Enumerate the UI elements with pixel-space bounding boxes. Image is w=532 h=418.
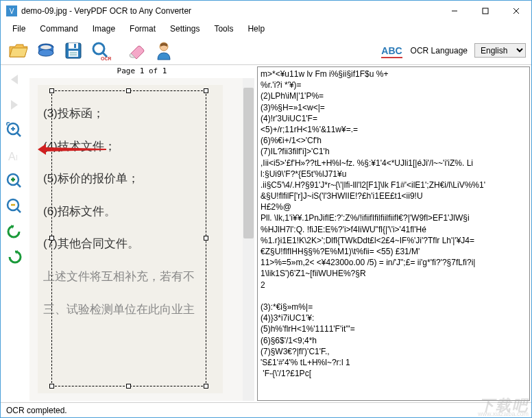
- rotate-left-button[interactable]: [3, 220, 26, 243]
- app-icon: V: [6, 5, 17, 16]
- abc-spellcheck-icon: ABC: [381, 45, 402, 56]
- menu-tools[interactable]: Tools: [208, 23, 239, 35]
- svg-text:A: A: [8, 151, 16, 162]
- menu-file[interactable]: File: [6, 23, 32, 35]
- prev-page-button[interactable]: [3, 68, 26, 91]
- svg-text:V: V: [10, 8, 14, 15]
- svg-point-8: [38, 49, 53, 56]
- svg-rect-11: [69, 43, 78, 49]
- svg-point-9: [40, 45, 51, 49]
- image-panel: Page 1 of 1 (3)投标函； (4)技术文件； (5)标价的报价单； …: [28, 65, 256, 402]
- language-select[interactable]: English: [474, 43, 526, 58]
- window-title: demo-09.jpg - VeryPDF OCR to Any Convert…: [21, 6, 439, 16]
- zoom-out-button[interactable]: [3, 195, 26, 218]
- menu-format[interactable]: Format: [123, 23, 162, 35]
- svg-rect-3: [483, 8, 488, 14]
- menu-image[interactable]: Image: [86, 23, 121, 35]
- zoom-in-button[interactable]: [3, 169, 26, 193]
- svg-line-27: [16, 183, 21, 187]
- svg-line-31: [16, 208, 21, 212]
- ocr-text-output[interactable]: [257, 66, 530, 401]
- next-page-button[interactable]: [3, 93, 26, 116]
- svg-text:I: I: [16, 154, 18, 162]
- status-text: OCR completed.: [6, 406, 67, 415]
- statusbar: OCR completed.: [1, 402, 531, 417]
- menu-command[interactable]: Command: [34, 23, 84, 35]
- svg-rect-13: [69, 51, 78, 57]
- zoom-fit-button[interactable]: [3, 119, 26, 142]
- svg-text:OCR: OCR: [101, 56, 111, 61]
- vertical-scrollbar[interactable]: [243, 78, 254, 401]
- titlebar: V demo-09.jpg - VeryPDF OCR to Any Conve…: [1, 1, 531, 21]
- rotate-right-button[interactable]: [3, 245, 26, 269]
- ocr-result-panel: [256, 65, 531, 402]
- save-button[interactable]: [61, 38, 86, 63]
- svg-line-21: [16, 132, 21, 136]
- text-tool-button[interactable]: AI: [3, 144, 26, 167]
- user-button[interactable]: [152, 38, 176, 63]
- document-viewport[interactable]: (3)投标函； (4)技术文件； (5)标价的报价单； (6)招标文件。 (7)…: [29, 78, 254, 401]
- scan-button[interactable]: [34, 38, 58, 63]
- maximize-button[interactable]: [470, 1, 500, 21]
- menu-help[interactable]: Help: [241, 23, 271, 35]
- toolbar: OCR ABC OCR Language English: [1, 36, 531, 65]
- svg-rect-12: [74, 44, 76, 48]
- eraser-button[interactable]: [124, 38, 149, 63]
- close-button[interactable]: [500, 1, 531, 21]
- menubar: File Command Image Format Settings Tools…: [1, 21, 531, 36]
- side-toolbar: AI: [1, 65, 28, 402]
- minimize-button[interactable]: [439, 1, 470, 21]
- ocr-button[interactable]: OCR: [88, 38, 113, 63]
- page-indicator: Page 1 of 1: [28, 65, 256, 77]
- document-image: (3)投标函； (4)技术文件； (5)标价的报价单； (6)招标文件。 (7)…: [38, 85, 223, 393]
- open-folder-button[interactable]: [6, 38, 31, 63]
- annotation-arrow-icon: [38, 144, 106, 155]
- menu-settings[interactable]: Settings: [164, 23, 206, 35]
- ocr-language-label: OCR Language: [411, 46, 468, 56]
